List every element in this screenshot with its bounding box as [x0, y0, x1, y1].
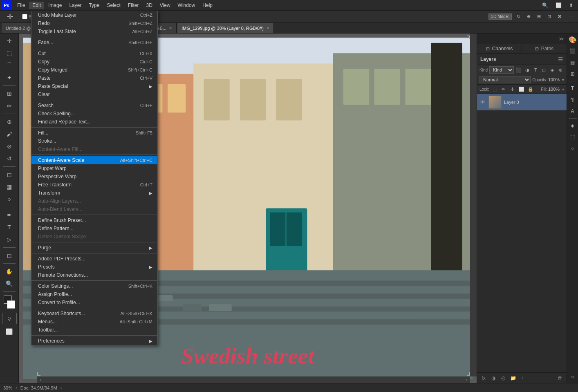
- scroll-right[interactable]: ›: [464, 376, 470, 383]
- 3d-roll-icon[interactable]: ⊕: [524, 13, 533, 20]
- 3d-scale-icon[interactable]: ⊠: [555, 13, 564, 20]
- menu-presets[interactable]: Presets ▶: [31, 263, 157, 271]
- horizontal-scrollbar[interactable]: [37, 376, 470, 383]
- vertical-scrollbar[interactable]: [470, 34, 477, 376]
- menu-define-pattern[interactable]: Define Pattern...: [31, 224, 157, 233]
- panel-collapse-icon[interactable]: ≫: [559, 36, 564, 42]
- layer-visibility-icon[interactable]: 👁: [479, 99, 486, 105]
- delete-layer-button[interactable]: 🗑: [556, 374, 564, 382]
- menu-purge[interactable]: Purge ▶: [31, 244, 157, 252]
- add-fx-button[interactable]: fx: [479, 374, 488, 382]
- menu-content-aware-scale[interactable]: Content-Aware Scale Alt+Shift+Ctrl+C: [31, 156, 157, 164]
- menu-assign-profile[interactable]: Assign Profile...: [31, 290, 157, 298]
- channels-icon[interactable]: ○: [568, 144, 577, 153]
- menu-window[interactable]: Window: [175, 2, 199, 9]
- swatches-icon[interactable]: ⬛: [568, 47, 577, 56]
- lock-all-icon[interactable]: 🔒: [527, 85, 534, 93]
- create-adjustment-button[interactable]: ◎: [499, 374, 507, 382]
- channels-label[interactable]: Channels: [492, 46, 513, 52]
- search-icon[interactable]: 🔍: [539, 2, 551, 9]
- filter-type-icon[interactable]: T: [532, 66, 539, 74]
- menu-find-replace[interactable]: Find and Replace Text...: [31, 118, 157, 126]
- menu-toggle-last-state[interactable]: Toggle Last State Alt+Ctrl+Z: [31, 27, 157, 36]
- tab-close-icon[interactable]: ✕: [169, 26, 172, 30]
- menu-file[interactable]: File: [14, 2, 28, 9]
- eyedropper-tool[interactable]: ✏: [2, 100, 17, 112]
- quick-mask-toggle[interactable]: Q: [2, 313, 17, 324]
- tab-close-icon[interactable]: ✕: [266, 26, 269, 30]
- create-group-button[interactable]: 📁: [509, 374, 517, 382]
- menu-stroke[interactable]: Stroke...: [31, 137, 157, 145]
- menu-keyboard-shortcuts[interactable]: Keyboard Shortcuts... Alt+Shift+Ctrl+K: [31, 309, 157, 318]
- layer-item[interactable]: 👁 Layer 0: [477, 94, 567, 111]
- shape-tool[interactable]: ◻: [2, 250, 17, 261]
- brush-tool[interactable]: 🖌: [2, 128, 17, 140]
- transform-controls-checkbox[interactable]: [22, 14, 27, 19]
- menu-toolbar[interactable]: Toolbar...: [31, 326, 157, 334]
- menu-image[interactable]: Image: [45, 2, 65, 9]
- crop-tool[interactable]: ⊞: [2, 88, 17, 99]
- dodge-tool[interactable]: ○: [2, 193, 17, 205]
- collapse-panel-icon[interactable]: »: [568, 372, 577, 381]
- menu-copy[interactable]: Copy Ctrl+C: [31, 58, 157, 66]
- filter-smart-icon[interactable]: ◈: [549, 66, 556, 74]
- pen-tool[interactable]: ✒: [2, 209, 17, 221]
- color-swatches[interactable]: [2, 296, 17, 309]
- menu-perspective-warp[interactable]: Perspective Warp: [31, 172, 157, 181]
- menu-select[interactable]: Select: [103, 2, 123, 9]
- zoom-level[interactable]: 30%: [3, 385, 12, 390]
- paragraph-icon[interactable]: ¶: [568, 95, 577, 104]
- filter-toggle[interactable]: ⊕: [558, 66, 565, 74]
- add-mask-button[interactable]: ◑: [489, 374, 497, 382]
- share-icon[interactable]: ⬆: [566, 2, 576, 9]
- marquee-tool[interactable]: ⬚: [2, 47, 17, 59]
- blend-mode-select[interactable]: Normal Dissolve Multiply Screen: [479, 76, 531, 83]
- lock-artboard-icon[interactable]: ⬜: [518, 85, 525, 93]
- menu-redo[interactable]: Redo Shift+Ctrl+Z: [31, 19, 157, 27]
- menu-adobe-pdf-presets[interactable]: Adobe PDF Presets...: [31, 255, 157, 263]
- spot-heal-tool[interactable]: ⊕: [2, 116, 17, 128]
- menu-filter[interactable]: Filter: [125, 2, 142, 9]
- menu-convert-profile[interactable]: Convert to Profile...: [31, 298, 157, 307]
- menu-free-transform[interactable]: Free Transform Ctrl+T: [31, 181, 157, 189]
- lasso-tool[interactable]: ⌒: [2, 60, 17, 71]
- menu-search[interactable]: Search Ctrl+F: [31, 101, 157, 110]
- menu-check-spelling[interactable]: Check Spelling...: [31, 110, 157, 118]
- menu-fade[interactable]: Fade... Shift+Ctrl+F: [31, 38, 157, 47]
- 3d-rotate-icon[interactable]: ↻: [514, 13, 523, 20]
- clone-tool[interactable]: ⊘: [2, 141, 17, 152]
- opacity-value[interactable]: 100%: [548, 77, 561, 82]
- eraser-tool[interactable]: ◻: [2, 169, 17, 180]
- magic-wand-tool[interactable]: ✦: [2, 72, 17, 83]
- history-brush-tool[interactable]: ↺: [2, 153, 17, 164]
- menu-define-brush[interactable]: Define Brush Preset...: [31, 216, 157, 224]
- patterns-icon[interactable]: ⊞: [568, 69, 577, 78]
- menu-help[interactable]: Help: [199, 2, 216, 9]
- glyph-icon[interactable]: A: [568, 107, 577, 116]
- fill-arrow[interactable]: ▾: [562, 87, 564, 92]
- properties-icon[interactable]: ◈: [568, 121, 577, 130]
- filter-pixel-icon[interactable]: ⬛: [515, 66, 522, 74]
- menu-fill[interactable]: Fill... Shift+F5: [31, 129, 157, 137]
- arrange-icon[interactable]: ⬜: [552, 2, 565, 9]
- menu-copy-merged[interactable]: Copy Merged Shift+Ctrl+C: [31, 66, 157, 74]
- paths-label[interactable]: Paths: [541, 46, 554, 52]
- more-options-icon[interactable]: ⋯: [566, 13, 576, 20]
- menu-type[interactable]: Type: [85, 2, 103, 9]
- menu-menus[interactable]: Menus... Alt+Shift+Ctrl+M: [31, 318, 157, 326]
- screen-mode[interactable]: ⬜: [2, 326, 17, 337]
- filter-shape-icon[interactable]: ◻: [541, 66, 548, 74]
- hand-tool[interactable]: ✋: [2, 266, 17, 277]
- lock-brush-icon[interactable]: ✏: [500, 85, 507, 93]
- type-icon[interactable]: T: [568, 84, 577, 93]
- tab-img1299[interactable]: IMG_1299.jpg @ 30% (Layer 0, RGB/8#) ✕: [177, 23, 274, 33]
- menu-paste-special[interactable]: Paste Special ▶: [31, 82, 157, 90]
- menu-paste[interactable]: Paste Ctrl+V: [31, 74, 157, 82]
- filter-adjustment-icon[interactable]: ◑: [524, 66, 531, 74]
- opacity-arrow[interactable]: ▾: [562, 78, 564, 82]
- zoom-tool[interactable]: 🔍: [2, 278, 17, 289]
- gradient-tool[interactable]: ▦: [2, 181, 17, 193]
- lock-position-icon[interactable]: ✛: [509, 85, 516, 93]
- 3d-pan-icon[interactable]: ⊞: [535, 13, 543, 20]
- layers-icon[interactable]: ⬚: [568, 132, 577, 141]
